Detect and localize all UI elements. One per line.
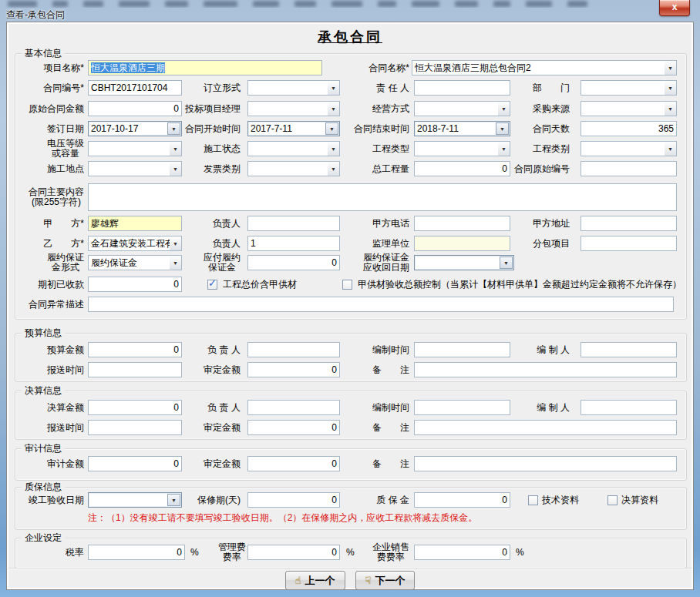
invoice-type-label: 发票类别 xyxy=(161,161,241,176)
budget-resp-input[interactable] xyxy=(247,342,340,357)
tech-docs-checkbox-label: 技术资料 xyxy=(542,492,579,508)
contract-name-label: 合同名称* xyxy=(340,60,409,75)
mgmt-mode-combo[interactable]: ▼ xyxy=(414,101,510,116)
bid-pm-label: 投标项目经理 xyxy=(161,101,241,116)
section-title-enterprise: 企业设定 xyxy=(22,532,65,544)
warranty-period-input[interactable] xyxy=(247,492,340,508)
form-type-label: 订立形式 xyxy=(161,80,241,96)
party-b-resp-label: 负责人 xyxy=(161,236,241,251)
sales-fee-label: 企业销售 费费率 xyxy=(340,542,409,563)
final-approved-label: 审定金额 xyxy=(161,420,241,435)
party-a-resp-input[interactable] xyxy=(247,216,340,231)
days-label: 合同天数 xyxy=(508,121,570,136)
retention-input[interactable] xyxy=(414,492,510,508)
bid-pm-combo[interactable]: ▼ xyxy=(247,101,340,116)
party-a-addr-input[interactable] xyxy=(581,216,677,231)
final-comp-person-input[interactable] xyxy=(581,400,677,415)
chevron-down-icon: ▼ xyxy=(328,162,339,176)
previous-button-label: 上一个 xyxy=(305,574,335,588)
constr-status-label: 施工状态 xyxy=(161,141,241,156)
bond-return-date-value xyxy=(415,256,499,270)
sales-fee-input[interactable] xyxy=(414,545,510,560)
project-name-input[interactable]: 恒大温泉酒店三期 xyxy=(88,60,322,75)
final-resp-input[interactable] xyxy=(247,400,340,415)
final-approved-input[interactable] xyxy=(247,420,340,435)
constr-status-combo[interactable]: ▼ xyxy=(247,141,340,156)
main-content-textarea[interactable] xyxy=(88,183,677,211)
party-a-tel-label: 甲方电话 xyxy=(340,216,409,231)
invoice-type-combo[interactable]: ▼ xyxy=(247,161,340,176)
bond-return-date-combo[interactable]: ▼ xyxy=(414,255,514,270)
constr-status-value xyxy=(248,142,328,156)
bond-payable-input[interactable] xyxy=(247,255,340,270)
proj-class-value xyxy=(581,142,665,156)
orig-no-input[interactable] xyxy=(581,161,677,176)
tech-docs-checkbox[interactable]: ✓ xyxy=(528,495,538,505)
initial-received-input[interactable] xyxy=(88,277,182,292)
contract-name-combo[interactable]: 恒大温泉酒店三期总包合同2▼ xyxy=(412,60,677,75)
final-resp-label: 负 责 人 xyxy=(161,400,241,415)
purchase-source-combo[interactable]: ▼ xyxy=(581,101,677,116)
final-docs-checkbox[interactable]: ✓ xyxy=(607,495,618,505)
supervisor-label: 监理单位 xyxy=(340,236,409,251)
start-time-combo[interactable]: 2017-7-11▼ xyxy=(247,121,340,136)
total-quantity-input[interactable] xyxy=(414,161,510,176)
final-comp-time-input[interactable] xyxy=(414,400,510,415)
form-type-combo[interactable]: ▼ xyxy=(247,80,340,96)
party-b-label: 乙 方* xyxy=(10,236,84,251)
mgmt-fee-input[interactable] xyxy=(247,545,340,560)
next-button[interactable]: ☟下一个 xyxy=(355,571,416,590)
audit-approved-input[interactable] xyxy=(247,456,340,471)
budget-approved-input[interactable] xyxy=(247,362,340,377)
abnormal-input[interactable] xyxy=(88,297,674,312)
voltage-value xyxy=(89,142,170,156)
chevron-down-icon: ▼ xyxy=(665,142,676,156)
party-a-tel-input[interactable] xyxy=(414,216,510,231)
orig-amount-label: 原始合同金额 xyxy=(10,101,84,116)
warranty-period-label: 保修期(天) xyxy=(161,492,241,508)
end-time-combo[interactable]: 2018-7-11▼ xyxy=(414,121,510,136)
days-input[interactable] xyxy=(581,121,677,136)
party-b-resp-input[interactable] xyxy=(247,236,340,251)
budget-comp-person-label: 编 制 人 xyxy=(508,342,570,357)
initial-received-label: 期初已收款 xyxy=(10,277,84,292)
warranty-note: 注：（1）没有竣工请不要填写竣工验收日期。（2）在保修期之内，应收工程款将减去质… xyxy=(88,511,477,525)
proj-type-combo[interactable]: ▼ xyxy=(414,141,510,156)
chevron-down-icon: ▼ xyxy=(328,102,339,116)
window-title: 查看-承包合同 xyxy=(6,8,65,22)
final-remark-input[interactable] xyxy=(414,420,677,435)
final-amount-label: 决算金额 xyxy=(10,400,84,415)
budget-comp-time-input[interactable] xyxy=(414,342,510,357)
final-docs-checkbox-label: 决算资料 xyxy=(621,492,658,508)
sign-date-value: 2017-10-17 xyxy=(89,122,167,136)
purchase-source-value xyxy=(581,102,665,116)
bond-form-value: 履约保证金 xyxy=(89,256,170,270)
supply-control-checkbox[interactable]: ✓ xyxy=(342,280,352,290)
divider xyxy=(8,568,692,569)
party-a-addr-label: 甲方地址 xyxy=(508,216,570,231)
section-title-warranty: 质保信息 xyxy=(22,481,65,493)
party-a-resp-label: 负责人 xyxy=(161,216,241,231)
subcontract-input[interactable] xyxy=(581,236,677,251)
sign-date-label: 签订日期 xyxy=(10,121,84,136)
proj-class-combo[interactable]: ▼ xyxy=(581,141,677,156)
budget-comp-person-input[interactable] xyxy=(581,342,677,357)
chevron-down-icon: ▼ xyxy=(665,81,676,95)
accept-date-label: 竣工验收日期 xyxy=(10,492,84,508)
close-button[interactable]: x xyxy=(659,0,690,16)
department-combo[interactable]: ▼ xyxy=(581,80,677,96)
budget-remark-input[interactable] xyxy=(414,362,677,377)
supervisor-input[interactable] xyxy=(414,236,510,251)
orig-no-label: 合同原始编号 xyxy=(508,161,570,176)
responsible-input[interactable] xyxy=(414,80,510,96)
previous-button[interactable]: ☝上一个 xyxy=(285,571,345,590)
audit-remark-label: 备 注 xyxy=(340,456,409,471)
department-value xyxy=(581,81,665,95)
proj-class-label: 工程类别 xyxy=(508,141,570,156)
start-time-label: 合同开始时间 xyxy=(161,121,241,136)
total-price-checkbox[interactable]: ✓ xyxy=(207,280,217,290)
contract-no-label: 合同编号* xyxy=(10,80,84,96)
audit-remark-input[interactable] xyxy=(414,456,677,471)
hand-up-icon: ☝ xyxy=(295,575,301,586)
button-row: ☝上一个 ☟下一个 xyxy=(7,571,693,590)
